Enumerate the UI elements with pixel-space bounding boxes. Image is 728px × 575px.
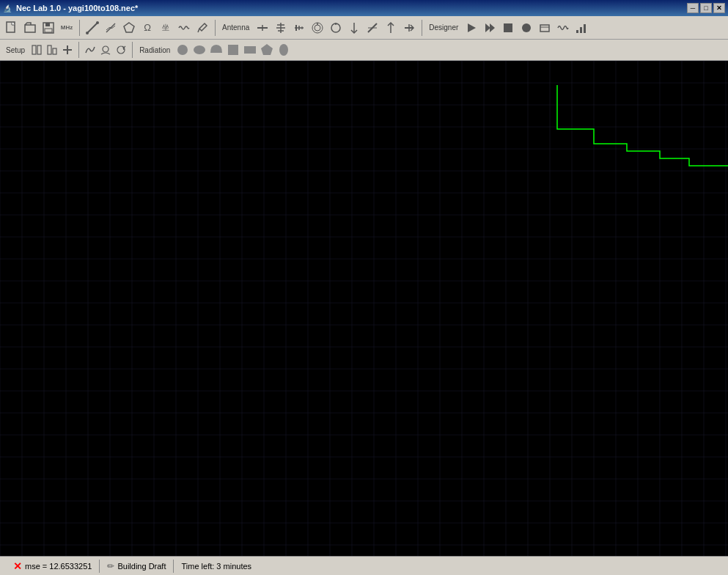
mse-text: mse = 12.6533251 xyxy=(25,562,92,571)
ant-circle-button[interactable] xyxy=(327,19,345,37)
des-chart-button[interactable] xyxy=(573,19,590,37)
ant-down-button[interactable] xyxy=(345,19,363,37)
status-time: Time left: 3 minutes xyxy=(174,557,259,575)
svg-rect-41 xyxy=(48,45,51,54)
ant-log-button[interactable] xyxy=(290,19,308,37)
toolbar-row2: Setup Radiatio xyxy=(0,40,728,60)
rad-sphere-button[interactable] xyxy=(174,42,191,58)
svg-marker-32 xyxy=(490,23,495,32)
close-button[interactable]: ✕ xyxy=(713,3,725,13)
sep1 xyxy=(79,20,80,36)
time-text: Time left: 3 minutes xyxy=(181,562,251,571)
svg-marker-8 xyxy=(124,23,134,32)
sep2 xyxy=(215,20,216,36)
title-bar: 🔬 Nec Lab 1.0 - yagi100to108.nec* ─ □ ✕ xyxy=(0,0,728,16)
rad-rect-button[interactable] xyxy=(242,42,258,58)
tools-button[interactable] xyxy=(194,19,211,37)
sep4 xyxy=(78,42,79,58)
svg-point-21 xyxy=(315,25,320,31)
svg-marker-31 xyxy=(485,23,490,32)
open-button[interactable] xyxy=(21,19,39,37)
svg-point-45 xyxy=(103,46,109,52)
svg-marker-30 xyxy=(468,23,476,32)
setup-tools xyxy=(29,43,75,57)
setup-label: Setup xyxy=(3,46,28,54)
mhz-button[interactable]: MHz xyxy=(58,19,76,37)
ant-spiral-button[interactable] xyxy=(309,19,326,37)
window-title: Nec Lab 1.0 - yagi100to108.nec* xyxy=(16,4,138,12)
svg-point-48 xyxy=(194,45,205,54)
app-icon: 🔬 xyxy=(3,4,12,12)
ant-arrow-button[interactable] xyxy=(400,19,418,37)
des-stop-button[interactable] xyxy=(499,19,517,37)
toolbar-container: MHz Ω 坐 xyxy=(0,16,728,61)
maximize-button[interactable]: □ xyxy=(700,3,712,13)
rad-ellipse-button[interactable] xyxy=(191,42,207,58)
svg-point-47 xyxy=(177,45,188,55)
setup-btn2[interactable] xyxy=(45,43,59,57)
des-run-button[interactable] xyxy=(481,19,499,37)
save-button[interactable] xyxy=(40,19,57,37)
geometry-tools: Ω 坐 xyxy=(84,19,211,37)
svg-rect-42 xyxy=(53,48,56,54)
svg-rect-34 xyxy=(540,25,549,32)
loop-btn[interactable] xyxy=(114,43,128,57)
svg-point-33 xyxy=(522,23,531,32)
ohm-button[interactable]: Ω xyxy=(139,19,156,37)
helix-button[interactable] xyxy=(102,19,120,37)
ant-dipole-button[interactable] xyxy=(254,19,271,37)
svg-rect-36 xyxy=(576,30,578,33)
rad-dome-button[interactable] xyxy=(208,42,224,58)
radiation-tools xyxy=(174,42,292,58)
antenna-tools xyxy=(254,19,418,37)
svg-line-9 xyxy=(198,29,199,32)
coil-button[interactable] xyxy=(175,19,193,37)
svg-rect-39 xyxy=(32,45,36,54)
transform-button[interactable]: 坐 xyxy=(157,19,174,37)
des-rec-button[interactable] xyxy=(518,19,535,37)
des-box-button[interactable] xyxy=(536,19,554,37)
main-chart-area xyxy=(0,61,728,567)
patch-button[interactable] xyxy=(120,19,138,37)
svg-rect-38 xyxy=(584,24,586,33)
wire-button[interactable] xyxy=(84,19,101,37)
building-text: Building Draft xyxy=(117,562,166,571)
svg-rect-3 xyxy=(45,23,50,26)
title-text: 🔬 Nec Lab 1.0 - yagi100to108.nec* xyxy=(3,4,138,12)
des-play-button[interactable] xyxy=(463,19,480,37)
window-controls: ─ □ ✕ xyxy=(687,3,725,13)
antenna-label: Antenna xyxy=(219,23,252,32)
status-building: ✏ Building Draft xyxy=(100,557,173,575)
setup-btn3[interactable] xyxy=(60,43,75,57)
svg-rect-0 xyxy=(7,22,15,32)
svg-rect-49 xyxy=(228,45,238,55)
toolbar-row1: MHz Ω 坐 xyxy=(0,16,728,40)
ant-up-button[interactable] xyxy=(382,19,400,37)
svg-rect-1 xyxy=(25,25,35,32)
ant-slash-button[interactable] xyxy=(364,19,381,37)
error-icon: ✕ xyxy=(13,560,22,572)
svg-rect-37 xyxy=(580,27,582,33)
svg-rect-50 xyxy=(244,46,256,54)
des-wave-button[interactable] xyxy=(554,19,572,37)
svg-marker-51 xyxy=(261,44,273,55)
setup-tools2 xyxy=(83,43,128,57)
minimize-button[interactable]: ─ xyxy=(687,3,699,13)
status-mse: ✕ mse = 12.6533251 xyxy=(6,557,99,575)
sep3 xyxy=(422,20,422,36)
chart-canvas xyxy=(0,61,728,567)
rad-pentagon-button[interactable] xyxy=(259,42,275,58)
svg-point-7 xyxy=(96,21,99,24)
rad-square-button[interactable] xyxy=(225,42,241,58)
new-button[interactable] xyxy=(3,19,21,37)
setup-btn1[interactable] xyxy=(29,43,44,57)
freq-btn[interactable] xyxy=(83,43,98,57)
rad-ovalv-button[interactable] xyxy=(276,42,292,58)
env-btn[interactable] xyxy=(98,43,113,57)
svg-point-6 xyxy=(86,32,89,34)
sep5 xyxy=(132,42,133,58)
designer-label: Designer xyxy=(426,23,461,32)
ant-yagi-button[interactable] xyxy=(272,19,290,37)
pencil-icon: ✏ xyxy=(107,561,114,571)
file-tools: MHz xyxy=(3,19,76,37)
